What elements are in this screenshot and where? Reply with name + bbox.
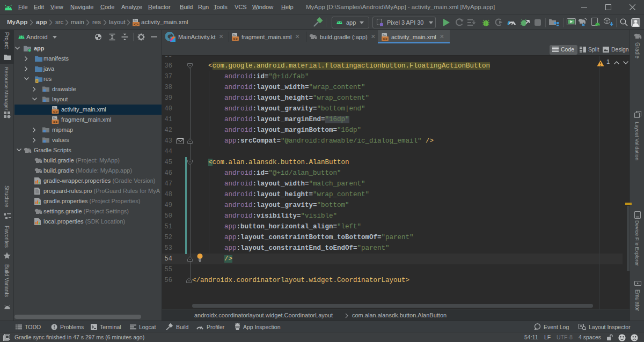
- svg-text:<>: <>: [233, 36, 238, 41]
- svg-text:<>: <>: [53, 120, 58, 124]
- svg-text:<>: <>: [53, 110, 58, 114]
- svg-text:<>: <>: [383, 36, 388, 41]
- svg-text:<>: <>: [134, 23, 139, 27]
